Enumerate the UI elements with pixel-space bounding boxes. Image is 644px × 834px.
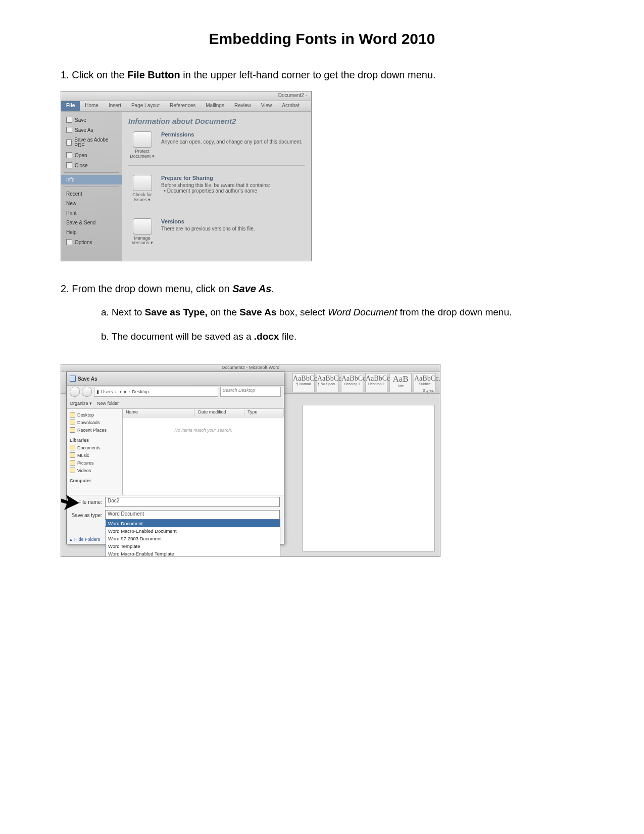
dialog-nav: ▮ Users› rehr› Desktop Search Desktop	[67, 386, 284, 398]
manage-versions-label: Manage Versions ▾	[128, 236, 156, 246]
style-normal[interactable]: AaBbCcDd¶ Normal	[292, 373, 315, 392]
tab-page-layout[interactable]: Page Layout	[126, 101, 165, 111]
tab-references[interactable]: References	[165, 101, 201, 111]
tab-mailings[interactable]: Mailings	[201, 101, 229, 111]
step-2-pre: From the drop down menu, click on	[72, 283, 232, 294]
style-label: Subtitle	[414, 382, 435, 386]
tree-label: Computer	[70, 478, 91, 483]
menu-info-label: Info	[66, 177, 75, 182]
menu-save-adobe-pdf[interactable]: Save as Adobe PDF	[61, 135, 122, 150]
menu-close[interactable]: Close	[61, 160, 122, 170]
tab-review[interactable]: Review	[229, 101, 256, 111]
nav-back-button[interactable]	[70, 387, 80, 397]
dialog-title: Save As	[78, 376, 97, 382]
col-name[interactable]: Name	[123, 409, 195, 417]
style-no-spacing[interactable]: AaBbCcDd¶ No Spaci...	[317, 373, 339, 392]
style-heading1[interactable]: AaBbCcHeading 1	[341, 373, 363, 392]
protect-doc-button[interactable]: Protect Document ▾	[128, 131, 156, 159]
tree-desktop[interactable]: Desktop	[67, 411, 122, 419]
manage-versions-button[interactable]: Manage Versions ▾	[128, 218, 156, 246]
step-2-ital: Save As	[232, 283, 271, 294]
list-columns: Name Date modified Type	[123, 409, 284, 418]
step-2a-post: from the drop down menu.	[397, 307, 512, 317]
tab-insert[interactable]: Insert	[104, 101, 126, 111]
type-option[interactable]: Word 97-2003 Document	[106, 535, 280, 542]
breadcrumb[interactable]: ▮ Users› rehr› Desktop	[94, 387, 218, 397]
tab-file[interactable]: File	[61, 101, 80, 111]
save-icon	[66, 117, 72, 123]
col-type[interactable]: Type	[244, 409, 284, 417]
word-window-title-2: Document2 - Microsoft Word	[222, 365, 279, 370]
tree-recent-places[interactable]: Recent Places	[67, 426, 122, 434]
tree-pictures[interactable]: Pictures	[67, 459, 122, 467]
step-2b-post: file.	[279, 331, 296, 342]
col-date[interactable]: Date modified	[195, 409, 244, 417]
tree-libraries[interactable]: Libraries	[67, 437, 122, 444]
hide-folders-button[interactable]: ▴ Hide Folders	[70, 537, 100, 542]
ribbon-tabs: File Home Insert Page Layout References …	[61, 101, 311, 112]
step-2-num: 2.	[61, 283, 69, 294]
tree-label: Desktop	[77, 412, 94, 418]
tab-view[interactable]: View	[256, 101, 277, 111]
file-name-input[interactable]: Doc2	[105, 497, 280, 507]
menu-help[interactable]: Help	[61, 227, 122, 237]
save-as-type-select[interactable]: Word Document Word Document Word Macro-E…	[105, 510, 280, 520]
menu-recent[interactable]: Recent	[61, 189, 122, 199]
type-option[interactable]: Word Macro-Enabled Template	[106, 550, 280, 557]
style-sample: AaBbCcDd	[317, 375, 338, 382]
tree-computer[interactable]: Computer	[67, 477, 122, 484]
tree-music[interactable]: Music	[67, 451, 122, 459]
style-sample: AaBbCc	[341, 375, 363, 382]
style-title[interactable]: AaBTitle	[389, 373, 412, 392]
organize-button[interactable]: Organize ▾	[70, 401, 92, 406]
crumb[interactable]: Users	[101, 389, 113, 394]
type-option[interactable]: Word Document	[106, 520, 280, 527]
menu-open-label: Open	[75, 153, 87, 158]
lock-icon	[133, 131, 152, 148]
style-sample: AaB	[390, 375, 411, 384]
protect-doc-label: Protect Document ▾	[128, 149, 156, 159]
style-label: Heading 1	[341, 382, 363, 386]
menu-options[interactable]: Options	[61, 237, 122, 247]
tab-acrobat[interactable]: Acrobat	[277, 101, 304, 111]
menu-separator	[64, 172, 119, 173]
menu-save[interactable]: Save	[61, 115, 122, 125]
crumb[interactable]: rehr	[119, 389, 127, 394]
menu-info[interactable]: Info	[61, 175, 122, 184]
menu-print[interactable]: Print	[61, 208, 122, 218]
type-option[interactable]: Word Template	[106, 542, 280, 550]
menu-save-as[interactable]: Save As	[61, 125, 122, 135]
documents-icon	[70, 445, 75, 450]
file-name-label: File name:	[71, 499, 102, 505]
search-input[interactable]: Search Desktop	[220, 387, 281, 397]
menu-new[interactable]: New	[61, 199, 122, 208]
tree-documents[interactable]: Documents	[67, 444, 122, 451]
info-panel: Information about Document2 Protect Docu…	[122, 112, 311, 261]
menu-open[interactable]: Open	[61, 150, 122, 160]
save-as-dialog: Save As ▮ Users› rehr› Desktop Search De…	[66, 372, 284, 544]
recent-icon	[70, 427, 75, 433]
style-sample: AaBbCcDd	[293, 375, 314, 382]
word-titlebar: Document2 -	[61, 91, 311, 101]
tree-videos[interactable]: Videos	[67, 467, 122, 474]
crumb[interactable]: Desktop	[132, 389, 149, 394]
step-2a: a. Next to Save as Type, on the Save As …	[101, 305, 583, 320]
versions-body: There are no previous versions of this f…	[161, 226, 255, 231]
check-issues-button[interactable]: Check for Issues ▾	[128, 175, 156, 203]
check-issues-label: Check for Issues ▾	[128, 193, 156, 203]
style-sample: AaBbCc.	[414, 375, 435, 382]
tree-label: Music	[77, 453, 89, 458]
nav-fwd-button[interactable]	[82, 387, 92, 397]
pictures-icon	[70, 460, 75, 466]
tree-label: Videos	[77, 468, 91, 473]
type-option[interactable]: Word Macro-Enabled Document	[106, 527, 280, 535]
music-icon	[70, 452, 75, 458]
saveas-icon	[66, 127, 72, 133]
style-heading2[interactable]: AaBbCcHeading 2	[365, 373, 387, 392]
tree-downloads[interactable]: Downloads	[67, 419, 122, 426]
step-1-post: in the upper left-hand corner to get the…	[180, 69, 436, 80]
open-icon	[66, 152, 72, 158]
menu-save-send[interactable]: Save & Send	[61, 218, 122, 227]
new-folder-button[interactable]: New folder	[97, 401, 119, 406]
tab-home[interactable]: Home	[80, 101, 104, 111]
